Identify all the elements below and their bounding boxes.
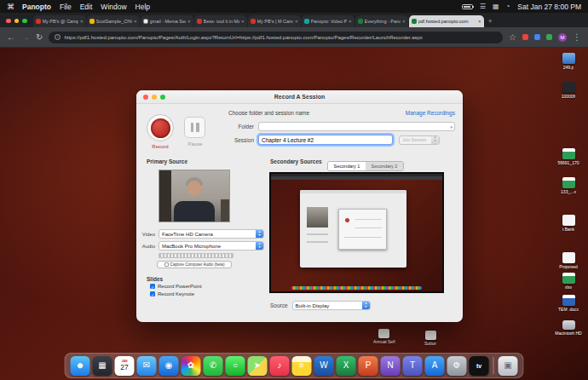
dock-app-icon: ☻ (76, 361, 85, 370)
browser-tab[interactable]: My PB's @ Campus Cl × (33, 15, 86, 27)
tab-close-icon[interactable]: × (187, 19, 191, 24)
dock-app[interactable]: ⚙ (447, 356, 467, 376)
reload-button[interactable]: ↻ (36, 32, 43, 42)
dock-app[interactable]: ≡ (292, 356, 312, 376)
dock-app[interactable]: X (337, 356, 356, 376)
video-source-dropdown[interactable]: FaceTime HD Camera ▲▼ (159, 229, 264, 239)
desktop-file-icon[interactable]: 249.p (551, 53, 586, 70)
dock-app[interactable]: A (425, 356, 445, 376)
dock-app[interactable]: W (314, 356, 334, 376)
dock-app[interactable]: P (359, 356, 378, 376)
dock-app[interactable]: ➤ (248, 356, 268, 376)
dock-trash[interactable]: ▣ (499, 356, 518, 376)
screen: ⌘ Panopto FileEditWindowHelp ☰▦◔ Sat Jan… (0, 0, 588, 380)
tab-close-icon[interactable]: × (241, 19, 245, 24)
desktop-file-icon[interactable]: TEM .docx (551, 295, 586, 312)
tab-close-icon[interactable]: × (80, 19, 84, 24)
dock-app[interactable]: T (403, 356, 423, 376)
browser-tab[interactable]: Everything - Panopto × (355, 15, 408, 27)
bookmark-star-icon[interactable]: ☆ (509, 32, 516, 42)
session-name-input[interactable] (258, 135, 393, 145)
folder-dropdown[interactable]: ▾ (258, 122, 455, 131)
dock-app[interactable]: ○ (226, 356, 245, 376)
status-bar-icon[interactable]: ▦ (493, 3, 499, 10)
zoom-window-button[interactable] (22, 19, 27, 24)
join-session-label: Join Session (402, 137, 426, 142)
browser-tab[interactable]: Bess- tool it in Mac × (194, 15, 247, 27)
desktop-file-icon[interactable]: Sutton (424, 331, 436, 346)
minimize-window-button[interactable] (14, 19, 20, 24)
display-source-dropdown[interactable]: Built-in Display ▲▼ (292, 301, 371, 310)
dock-app[interactable]: JAN 27 (115, 356, 135, 376)
menu-bar-item[interactable]: Edit (80, 3, 93, 11)
close-window-button[interactable] (6, 19, 11, 24)
forward-button[interactable]: → (21, 32, 30, 42)
extension-icon[interactable] (546, 34, 552, 40)
apple-menu-icon[interactable]: ⌘ (7, 3, 14, 11)
address-bar[interactable]: i https://pdf1.hosted.panopto.com/Panopt… (49, 32, 503, 43)
menu-bar-item[interactable]: File (60, 3, 72, 11)
desktop-file-icon[interactable]: 56691_170 (551, 148, 586, 165)
browser-tab[interactable]: ScotSample_CHA_F × (87, 15, 140, 27)
menu-bar-clock[interactable]: Sat Jan 27 8:00 PM (517, 3, 581, 11)
file-label: Annual Self (373, 339, 395, 344)
manage-recordings-link[interactable]: Manage Recordings (406, 110, 455, 116)
site-info-icon[interactable]: i (55, 34, 61, 40)
minimize-window-button[interactable] (152, 95, 157, 100)
status-bar-icon[interactable]: ◔ (505, 3, 510, 10)
zoom-window-button[interactable] (160, 95, 165, 100)
desktop-file-icon[interactable]: Proposed (551, 252, 586, 269)
menu-bar-item[interactable]: Window (101, 3, 126, 11)
dock-app[interactable]: ◉ (159, 356, 179, 376)
dock-app[interactable]: N (381, 356, 401, 376)
desktop-file-icon[interactable]: 10000ft (551, 82, 586, 99)
tab-close-icon[interactable]: × (295, 19, 298, 24)
record-keynote-checkbox[interactable]: ✓ Record Keynote (150, 291, 194, 297)
desktop-file-icon[interactable]: xlsx (551, 273, 586, 290)
audio-source-dropdown[interactable]: MacBook Pro Microphone ▲▼ (159, 241, 264, 250)
tab-close-icon[interactable]: × (349, 19, 352, 24)
dock-app[interactable]: ♪ (270, 356, 290, 376)
tab-close-icon[interactable]: × (402, 19, 406, 24)
status-bar-icon[interactable]: ☰ (480, 3, 486, 10)
dock-app[interactable]: ✿ (182, 356, 201, 376)
tab-favicon (197, 19, 202, 24)
battery-icon[interactable] (462, 4, 473, 9)
new-tab-button[interactable]: + (485, 17, 498, 27)
display-source-value: Built-in Display (296, 303, 330, 308)
desktop-file-icon[interactable]: 133_...x (551, 177, 586, 194)
extension-icon[interactable] (522, 34, 528, 40)
close-window-button[interactable] (143, 95, 148, 100)
dock-app[interactable]: tv (470, 356, 489, 376)
tab-close-icon[interactable]: × (478, 19, 481, 24)
extension-icon[interactable] (534, 34, 540, 40)
dock-app-icon: ✆ (210, 361, 216, 370)
capture-computer-audio-checkbox[interactable]: Capture Computer Audio (beta) (157, 261, 232, 268)
secondary-source-tab[interactable]: Secondary 2 (366, 162, 403, 170)
desktop-file-icon[interactable]: Annual Self (373, 329, 395, 344)
dock-app[interactable]: ✉ (137, 356, 157, 376)
menu-bar-item[interactable]: Help (135, 3, 150, 11)
desktop-file-icon[interactable]: t Bank (551, 215, 586, 232)
person-silhouette (174, 201, 215, 222)
browser-tab[interactable]: gmail - Mema Searc × (141, 15, 193, 27)
record-powerpoint-checkbox[interactable]: ✓ Record PowerPoint (150, 284, 202, 289)
browser-tab[interactable]: pdf.hosted.panopto.com × (409, 15, 484, 27)
browser-tab[interactable]: Panopto: Video Pla × (302, 15, 355, 27)
profile-avatar[interactable]: M (558, 33, 567, 42)
browser-tab[interactable]: My PB's | M Campus × (248, 15, 301, 27)
desktop-file-icon[interactable]: Macintosh HD (551, 320, 586, 336)
back-button[interactable]: ← (7, 32, 15, 42)
active-app-name[interactable]: Panopto (22, 3, 51, 11)
dock-app[interactable]: ▦ (93, 356, 112, 376)
dock-app-icon: ♪ (278, 361, 282, 370)
dock-app[interactable]: ✆ (204, 356, 223, 376)
secondary-source-tab[interactable]: Secondary 1 (328, 162, 366, 170)
join-session-dropdown[interactable]: Join Session ▲▼ (399, 135, 440, 145)
dialog-title-bar[interactable]: Record A Session (136, 90, 463, 104)
dock-app[interactable]: ☻ (71, 356, 90, 376)
record-button[interactable] (147, 114, 174, 141)
tab-close-icon[interactable]: × (134, 19, 137, 24)
browser-menu-icon[interactable]: ⋮ (573, 32, 581, 42)
pause-button[interactable] (184, 117, 205, 138)
